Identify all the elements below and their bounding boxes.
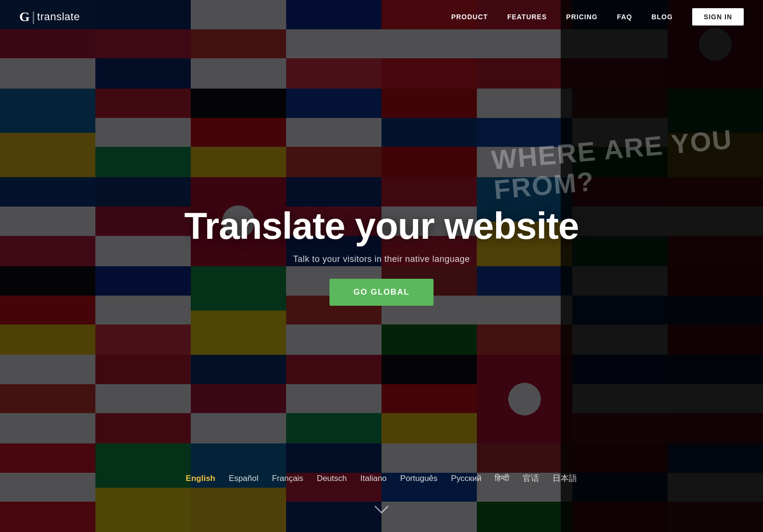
hero-content: Translate your website Talk to your visi… [184, 207, 579, 306]
nav-link-pricing[interactable]: PRICING [566, 13, 597, 21]
nav-item-blog: BLOG [651, 13, 672, 21]
language-item-8[interactable]: 官话 [523, 473, 539, 484]
language-item-4[interactable]: Italiano [360, 474, 387, 483]
language-bar: EnglishEspañolFrançaisDeutschItalianoPor… [0, 473, 763, 484]
language-item-2[interactable]: Français [272, 474, 303, 483]
nav-link-product[interactable]: PRODUCT [451, 13, 488, 21]
hero-subtitle: Talk to your visitors in their native la… [293, 254, 470, 264]
nav-item-pricing: PRICING [566, 13, 597, 21]
nav-link-features[interactable]: FEATURES [507, 13, 547, 21]
nav-item-product: PRODUCT [451, 13, 488, 21]
nav-link-faq[interactable]: FAQ [617, 13, 632, 21]
nav-item-faq: FAQ [617, 13, 632, 21]
language-item-5[interactable]: Português [400, 474, 438, 483]
nav-link-blog[interactable]: BLOG [651, 13, 672, 21]
hero-section: WHERE ARE YOU FROM? G | translate PRODUC… [0, 0, 763, 532]
language-item-1[interactable]: Español [229, 474, 258, 483]
language-item-3[interactable]: Deutsch [317, 474, 347, 483]
language-item-0[interactable]: English [186, 474, 215, 483]
language-item-9[interactable]: 日本語 [553, 473, 577, 484]
scroll-down-chevron[interactable] [374, 502, 389, 518]
logo-separator: | [32, 9, 35, 25]
nav-item-signin: SIGN IN [692, 13, 744, 21]
logo[interactable]: G | translate [19, 9, 80, 25]
right-dark-panel [561, 0, 763, 532]
navigation: G | translate PRODUCT FEATURES PRICING F… [0, 0, 763, 34]
go-global-button[interactable]: GO GLOBAL [329, 279, 434, 306]
logo-translate: translate [37, 11, 80, 23]
sign-in-button[interactable]: SIGN IN [692, 8, 744, 26]
hero-title: Translate your website [184, 207, 579, 245]
language-item-6[interactable]: Русский [451, 474, 481, 483]
nav-item-features: FEATURES [507, 13, 547, 21]
language-item-7[interactable]: हिन्दी [495, 474, 509, 483]
nav-links: PRODUCT FEATURES PRICING FAQ BLOG SIGN I… [451, 13, 744, 21]
logo-g: G [19, 9, 30, 25]
